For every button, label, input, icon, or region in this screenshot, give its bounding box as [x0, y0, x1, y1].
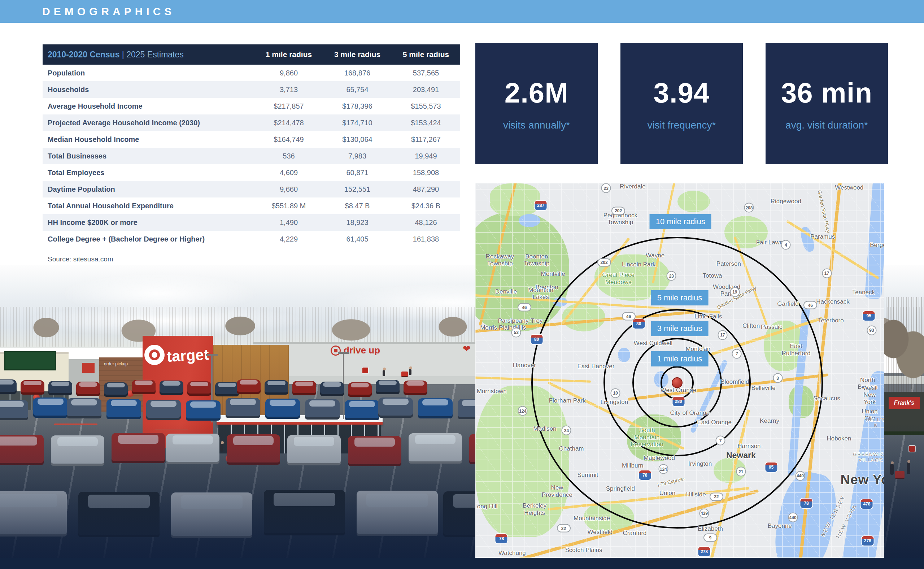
map-metro-label: New York — [840, 472, 884, 488]
census-title-primary: 2010-2020 Census — [48, 50, 120, 59]
page-title: DEMOGRAPHICS — [0, 0, 924, 23]
parked-car — [376, 380, 400, 394]
shopping-cart — [895, 471, 904, 479]
map-city-label: Riverdale — [620, 183, 646, 190]
row-label: Total Businesses — [43, 152, 254, 160]
map-city-label: Madison — [533, 425, 556, 432]
route-shield: 22 — [710, 493, 723, 501]
route-shield: 124 — [658, 464, 668, 474]
map-park-label: Great Piece Meadows — [602, 272, 635, 286]
row-value: $164,749 — [254, 135, 323, 144]
map-city-label: Elizabeth — [698, 525, 723, 532]
table-row: Projected Average Household Income (2030… — [43, 114, 460, 131]
drive-up-sign: drive up — [343, 345, 380, 356]
map-city-label: Belleville — [751, 385, 776, 392]
parked-car — [0, 379, 17, 394]
route-shield: 478 — [861, 499, 873, 509]
parked-car — [78, 492, 160, 537]
light-pole-arm — [206, 354, 218, 356]
row-value: 152,551 — [323, 185, 392, 193]
parked-car — [186, 400, 220, 421]
stat-label: visit frequency* — [647, 120, 716, 131]
route-shield: 208 — [744, 203, 754, 213]
parked-car — [51, 435, 104, 466]
stat-value: 36 min — [781, 76, 872, 110]
cart-corral — [155, 429, 188, 431]
table-row: Average Household Income$217,857$178,396… — [43, 98, 460, 114]
map-city-label: Morris Plains — [480, 324, 515, 332]
demographics-page: DEMOGRAPHICS 2010-2020 Census | 2025 Est… — [0, 0, 924, 569]
map-city-label: Mountainside — [573, 515, 610, 522]
census-title-separator: | — [120, 50, 126, 59]
parked-car — [49, 381, 72, 396]
map-city-label: Berkeley Heights — [523, 502, 546, 517]
row-value: 61,405 — [323, 235, 392, 243]
parked-car — [264, 380, 289, 395]
map-city-label: Long Hill — [475, 503, 497, 510]
map-major-city-label: Newark — [726, 450, 756, 460]
route-shield: 23 — [601, 183, 611, 193]
parked-car — [287, 435, 341, 466]
map-city-label: Springfield — [606, 485, 635, 493]
census-title-secondary: 2025 Estimates — [126, 50, 184, 59]
parked-car — [187, 381, 211, 396]
parked-car — [265, 399, 300, 419]
row-value: 536 — [254, 152, 323, 160]
table-row: HH Income $200K or more1,49018,92348,126 — [43, 214, 460, 231]
map-city-label: Hoboken — [827, 435, 851, 442]
parked-car — [404, 380, 427, 395]
drive-up-cart-icon — [331, 345, 341, 356]
route-shield: 3 — [773, 373, 783, 383]
map-city-label: Paramus — [810, 234, 835, 241]
parked-car — [171, 493, 252, 538]
map-city-label: City of Orange — [670, 409, 710, 417]
parked-car — [33, 397, 68, 418]
row-value: $117,267 — [392, 135, 460, 144]
parked-car — [305, 399, 340, 420]
cart-corral — [54, 423, 97, 425]
parked-car — [357, 491, 438, 536]
map-city-label: New Providence — [542, 485, 573, 499]
route-shield: 78 — [495, 534, 508, 543]
row-value: $155,573 — [392, 102, 460, 111]
route-shield: 287 — [535, 201, 547, 210]
parked-car — [166, 434, 219, 464]
radius-chip: 3 mile radius — [651, 321, 708, 336]
map-city-label: Passaic — [761, 324, 783, 331]
target-opening-banner — [82, 363, 94, 373]
parked-car — [132, 380, 155, 394]
table-row: Total Businesses5367,98319,949 — [43, 148, 460, 164]
map-city-label: East Hanover — [577, 363, 614, 370]
map-city-label: Totowa — [703, 272, 722, 280]
route-shield: 46 — [622, 312, 635, 321]
parked-car — [0, 491, 67, 537]
map-city-label: West Caldwell — [634, 340, 672, 347]
route-shield: 10 — [611, 388, 620, 398]
row-label: College Degree + (Bachelor Degree or Hig… — [43, 235, 254, 243]
map-city-label: Scotch Plains — [565, 547, 602, 554]
route-shield: 440 — [788, 513, 798, 522]
map-city-label: Florham Park — [549, 397, 586, 405]
row-value: 9,860 — [254, 69, 323, 77]
map-park-label: South Mountain Reservation — [631, 427, 663, 448]
route-shield: 9 — [704, 534, 717, 542]
row-value: 4,229 — [254, 235, 323, 243]
restaurant-storefront: Frank's — [884, 392, 924, 435]
route-shield: 80 — [530, 335, 543, 344]
parked-car — [292, 381, 316, 396]
parked-car — [0, 400, 28, 420]
route-shield: 46 — [518, 303, 531, 312]
order-pickup-sign: order pickup — [104, 361, 128, 367]
map-city-label: Bayonne — [768, 522, 792, 529]
map-city-label: Teaneck — [852, 289, 875, 296]
table-row: Total Annual Household Expenditure$551.8… — [43, 198, 460, 214]
route-shield: 78 — [800, 499, 812, 508]
route-shield: 440 — [795, 471, 805, 481]
column-header-1-mile: 1 mile radius — [254, 50, 323, 59]
row-value: 9,660 — [254, 185, 323, 193]
radius-chip: 5 mile radius — [651, 290, 708, 306]
map-city-label: Rockaway Township — [486, 253, 514, 267]
parked-car — [76, 382, 100, 396]
route-shield: 7 — [716, 436, 725, 446]
row-value: 4,609 — [254, 169, 323, 177]
